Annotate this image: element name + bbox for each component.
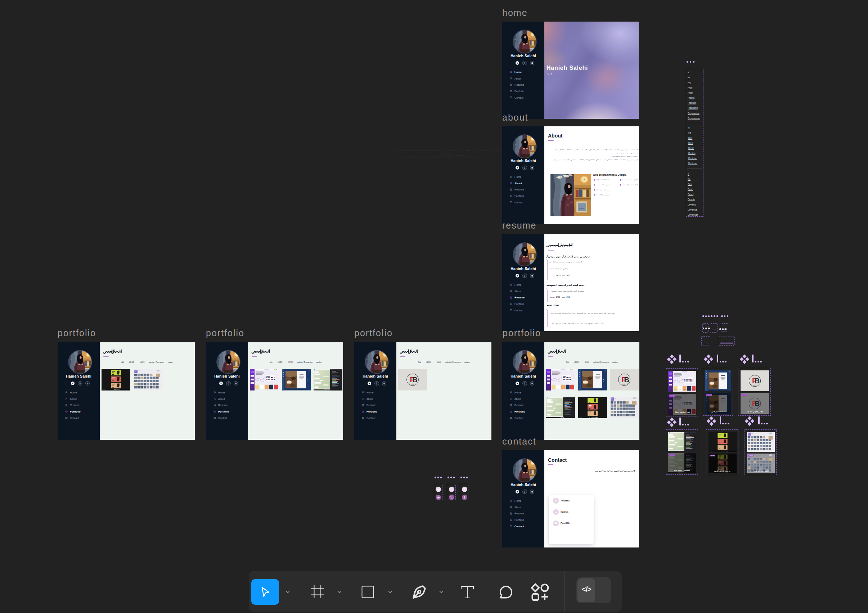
svg-text:B: B [755,377,760,385]
svg-text:B: B [412,376,418,384]
svg-text:B: B [624,376,629,384]
svg-text:B: B [755,399,760,407]
